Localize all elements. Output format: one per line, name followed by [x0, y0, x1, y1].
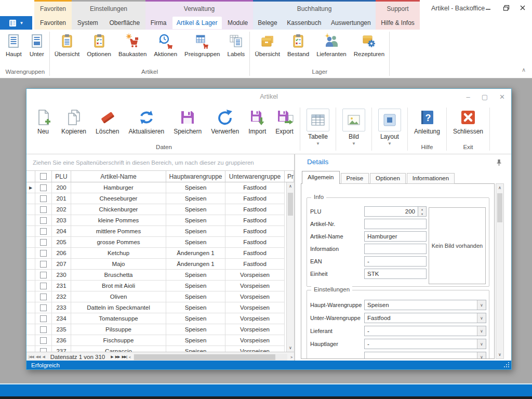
cell-artikel-name[interactable]: mittlere Pommes	[71, 226, 166, 237]
cell-hauptwarengruppe[interactable]: Speisen	[166, 291, 225, 302]
cell-unterwarengruppe[interactable]: Fastfood	[225, 215, 285, 226]
cell-unterwarengruppe[interactable]: Vorspeisen	[225, 302, 285, 313]
cell-hauptwarengruppe[interactable]: Speisen	[166, 215, 225, 226]
combo-Unter-Warengruppe[interactable]: Fastfood∨	[364, 313, 486, 323]
select-all-checkbox[interactable]	[40, 173, 47, 180]
anleitung-button[interactable]: ? Anleitung	[409, 109, 445, 135]
row-checkbox[interactable]	[40, 272, 47, 278]
hscroll-left-arrow[interactable]: <	[129, 355, 130, 359]
cell-hauptwarengruppe[interactable]: Speisen	[166, 335, 225, 346]
cell-plu[interactable]: 234	[52, 313, 71, 324]
table-row[interactable]: 202ChickenburgerSpeisenFastfood	[26, 204, 286, 215]
cell-plu[interactable]: 207	[52, 259, 71, 270]
input-PLU[interactable]: 200	[364, 206, 418, 217]
scrollbar-thumb[interactable]	[288, 193, 293, 216]
combo-Hauptlager[interactable]: -∨	[364, 339, 486, 349]
row-checkbox[interactable]	[40, 304, 47, 311]
ribbon-button-preisgruppen[interactable]: Preisgruppen	[181, 32, 223, 58]
row-checkbox[interactable]	[40, 228, 47, 235]
ribbon-button-rezepturen[interactable]: Rezepturen	[350, 32, 388, 58]
scroll-up-arrow-icon[interactable]: ∧	[287, 182, 294, 190]
cell-unterwarengruppe[interactable]: Vorspeisen	[225, 324, 285, 335]
cell-unterwarengruppe[interactable]: Vorspeisen	[225, 313, 285, 324]
row-checkbox[interactable]	[40, 195, 47, 202]
row-checkbox[interactable]	[40, 217, 47, 224]
pin-icon[interactable]	[496, 159, 502, 168]
row-checkbox[interactable]	[40, 348, 47, 352]
cell-unterwarengruppe[interactable]: Vorspeisen	[225, 291, 285, 302]
tab-informationen[interactable]: Informationen	[407, 173, 455, 184]
cell-artikel-name[interactable]: Ketchup	[71, 248, 166, 259]
table-row[interactable]: 234TomatensuppeSpeisenVorspeisen	[26, 313, 286, 324]
tab-auswertungen[interactable]: Auswertungen	[327, 17, 375, 29]
cell-plu[interactable]: 204	[52, 226, 71, 237]
neu-button[interactable]: Neu	[30, 109, 57, 135]
layout-dropdown-button[interactable]: Layout ▼	[374, 109, 406, 146]
row-checkbox[interactable]	[40, 184, 47, 191]
table-row[interactable]: 233Datteln im SpeckmantelSpeisenVorspeis…	[26, 302, 286, 313]
table-row[interactable]: 204mittlere PommesSpeisenFastfood	[26, 226, 286, 237]
cell-hauptwarengruppe[interactable]: Speisen	[166, 182, 225, 193]
tab-system[interactable]: System	[73, 17, 102, 29]
combo-Lieferant[interactable]: -∨	[364, 326, 486, 336]
cell-plu[interactable]: 236	[52, 335, 71, 346]
export-button[interactable]: Export	[271, 109, 298, 135]
tab-allgemein[interactable]: Allgemein	[302, 171, 340, 184]
spin-up-icon[interactable]: ▴	[418, 207, 426, 211]
ribbon-button-haupt[interactable]: Haupt	[2, 32, 25, 58]
cell-plu[interactable]: 231	[52, 281, 71, 291]
cell-hauptwarengruppe[interactable]: Speisen	[166, 313, 225, 324]
ribbon-button-lager-uebersicht[interactable]: Übersicht	[251, 32, 284, 58]
input-Information[interactable]	[364, 244, 427, 254]
column-header-artikel-name[interactable]: Artikel-Name	[71, 171, 166, 182]
cell-plu[interactable]: 233	[52, 302, 71, 313]
tab-hilfe-infos[interactable]: Hilfe & Infos	[377, 17, 419, 29]
cell-hauptwarengruppe[interactable]: Speisen	[166, 281, 225, 291]
ribbon-button-baukasten[interactable]: Baukasten	[115, 32, 150, 58]
tab-module[interactable]: Module	[223, 17, 252, 29]
table-row[interactable]: 232OlivenSpeisenVorspeisen	[26, 291, 286, 302]
tab-firma[interactable]: Firma	[147, 17, 171, 29]
table-row[interactable]: 237CarpaccioSpeisenVorspeisen	[26, 346, 286, 352]
cell-unterwarengruppe[interactable]: Vorspeisen	[225, 346, 285, 352]
table-row[interactable]: 203kleine PommesSpeisenFastfood	[26, 215, 286, 226]
row-checkbox[interactable]	[40, 337, 47, 344]
input-Artikel-Nr.[interactable]	[364, 219, 427, 229]
table-row[interactable]: 205grosse PommesSpeisenFastfood	[26, 237, 286, 248]
cell-unterwarengruppe[interactable]: Vorspeisen	[225, 281, 285, 291]
ribbon-button-unter[interactable]: Unter	[25, 32, 48, 58]
table-row[interactable]: 206KetchupÄnderungen 1Fastfood	[26, 248, 286, 259]
tab-belege[interactable]: Belege	[254, 17, 281, 29]
row-checkbox[interactable]	[40, 294, 47, 300]
details-vertical-scrollbar[interactable]: ∧ ∨	[496, 183, 504, 359]
combo-dropdown-icon[interactable]: ∨	[477, 352, 486, 359]
verwerfen-button[interactable]: Verwerfen	[206, 109, 244, 135]
cell-artikel-name[interactable]: Hamburger	[71, 182, 166, 193]
next-record-button[interactable]: ▶	[111, 355, 113, 359]
table-row[interactable]: 201CheeseburgerSpeisenFastfood	[26, 193, 286, 204]
ribbon-button-lieferanten[interactable]: Lieferanten	[313, 32, 350, 58]
cell-artikel-name[interactable]: Pilssuppe	[71, 324, 166, 335]
minimize-button[interactable]	[482, 2, 495, 14]
cell-artikel-name[interactable]: Tomatensuppe	[71, 313, 166, 324]
column-header-preis[interactable]: Pr	[285, 171, 294, 182]
group-by-panel[interactable]: Ziehen Sie eine Spaltenüberschrift in di…	[26, 154, 294, 171]
cell-plu[interactable]: 205	[52, 237, 71, 248]
row-checkbox[interactable]	[40, 283, 47, 289]
row-checkbox[interactable]	[40, 206, 47, 213]
prev-page-button[interactable]: ◀◀	[36, 355, 41, 359]
ribbon-collapse-button[interactable]: ∧	[522, 66, 526, 73]
row-checkbox[interactable]	[40, 250, 47, 257]
cell-hauptwarengruppe[interactable]: Änderungen 1	[166, 259, 225, 270]
column-header-unterwarengruppe[interactable]: Unterwarengruppe	[225, 171, 285, 182]
cell-plu[interactable]: 200	[52, 182, 71, 193]
cell-plu[interactable]: 235	[52, 324, 71, 335]
artikel-window-titlebar[interactable]: Artikel – ▢ ✕	[26, 89, 511, 104]
combo-Haupt-Warengruppe[interactable]: Speisen∨	[364, 300, 486, 310]
input-EAN[interactable]: -	[364, 256, 427, 267]
cell-hauptwarengruppe[interactable]: Speisen	[166, 302, 225, 313]
ribbon-button-artikel-optionen[interactable]: Optionen	[83, 32, 115, 58]
cell-plu[interactable]: 203	[52, 215, 71, 226]
cell-unterwarengruppe[interactable]: Fastfood	[225, 248, 285, 259]
ribbon-button-bestand[interactable]: Bestand	[284, 32, 313, 58]
